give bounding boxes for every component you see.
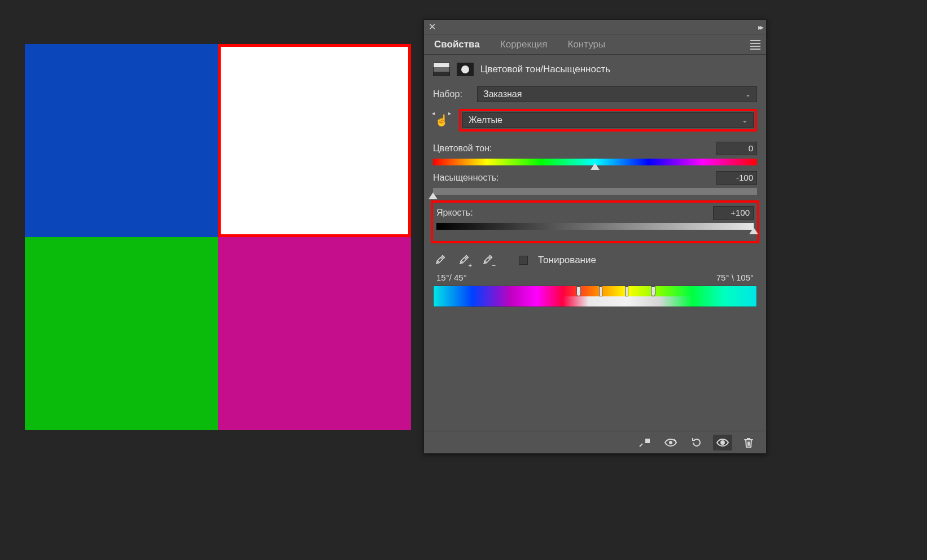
- close-icon[interactable]: ✕: [428, 23, 436, 32]
- eyedropper-plus-icon[interactable]: +: [457, 253, 470, 267]
- eyedropper-icon[interactable]: [433, 253, 447, 267]
- collapse-icon[interactable]: ▸▸: [758, 23, 762, 32]
- edit-dropdown[interactable]: Желтые ⌄: [462, 112, 754, 128]
- colorize-label: Тонирование: [538, 255, 596, 266]
- range-values: 15°/ 45° 75° \ 105°: [433, 273, 757, 282]
- range-handle-outer-left[interactable]: [576, 286, 581, 296]
- adjustment-header: Цветовой тон/Насыщенность: [433, 63, 757, 76]
- tab-paths[interactable]: Контуры: [557, 34, 615, 54]
- clip-to-layer-icon[interactable]: [635, 435, 654, 450]
- layer-mask-icon[interactable]: [457, 63, 474, 76]
- swatch-magenta: [218, 237, 411, 430]
- color-strip-top: [434, 286, 757, 296]
- lightness-label: Яркость:: [436, 208, 473, 218]
- saturation-slider: Насыщенность: -100: [433, 171, 757, 195]
- color-range-strip[interactable]: [433, 286, 757, 307]
- trash-icon[interactable]: [739, 435, 758, 450]
- range-handle-inner-right[interactable]: [625, 286, 628, 296]
- lightness-value[interactable]: +100: [713, 206, 754, 220]
- svg-point-0: [670, 441, 672, 444]
- range-left: 15°/ 45°: [436, 273, 467, 282]
- edit-value: Желтые: [469, 115, 502, 125]
- edit-row: ☝ Желтые ⌄: [433, 109, 757, 132]
- saturation-value[interactable]: -100: [716, 171, 757, 185]
- hue-label: Цветовой тон:: [433, 143, 492, 154]
- targeted-adjust-icon[interactable]: ☝: [433, 112, 450, 128]
- svg-point-1: [721, 441, 724, 444]
- hue-thumb[interactable]: [591, 163, 600, 170]
- tab-properties[interactable]: Свойства: [424, 34, 490, 54]
- preset-row: Набор: Заказная ⌄: [433, 86, 757, 102]
- colorize-checkbox[interactable]: [519, 256, 528, 265]
- hue-value[interactable]: 0: [716, 142, 757, 155]
- lightness-highlight: Яркость: +100: [431, 200, 759, 243]
- panel-body: Цветовой тон/Насыщенность Набор: Заказна…: [424, 55, 766, 408]
- preset-dropdown[interactable]: Заказная ⌄: [477, 86, 757, 102]
- hue-track[interactable]: [433, 159, 757, 165]
- preset-label: Набор:: [433, 89, 471, 99]
- saturation-label: Насыщенность:: [433, 173, 499, 183]
- panel-footer: [424, 431, 766, 453]
- canvas-color-grid: [25, 44, 411, 430]
- lightness-thumb[interactable]: [749, 228, 758, 234]
- view-previous-icon[interactable]: [661, 435, 680, 450]
- range-handle-inner-left[interactable]: [599, 286, 602, 296]
- eyedropper-minus-icon[interactable]: −: [480, 253, 494, 267]
- saturation-thumb[interactable]: [428, 193, 438, 199]
- properties-panel: ✕ ▸▸ Свойства Коррекция Контуры Цветовой…: [423, 19, 767, 454]
- panel-tabs: Свойства Коррекция Контуры: [424, 34, 766, 55]
- eyedropper-row: + − Тонирование: [433, 253, 757, 267]
- hue-slider: Цветовой тон: 0: [433, 142, 757, 165]
- chevron-down-icon: ⌄: [745, 90, 751, 98]
- lightness-track[interactable]: [436, 223, 754, 230]
- saturation-track[interactable]: [433, 188, 757, 195]
- visibility-icon[interactable]: [713, 435, 732, 450]
- hue-sat-icon: [433, 63, 450, 76]
- preset-value: Заказная: [483, 89, 522, 99]
- adjustment-title: Цветовой тон/Насыщенность: [480, 64, 610, 75]
- range-handle-outer-right[interactable]: [651, 286, 655, 296]
- color-strip-bottom: [434, 296, 757, 307]
- swatch-white: [218, 44, 411, 237]
- edit-highlight: Желтые ⌄: [459, 109, 757, 132]
- panel-titlebar: ✕ ▸▸: [424, 20, 766, 34]
- range-right: 75° \ 105°: [716, 273, 754, 282]
- reset-icon[interactable]: [687, 435, 706, 450]
- panel-menu-icon[interactable]: [750, 40, 760, 50]
- swatch-blue: [25, 44, 218, 237]
- lightness-slider: Яркость: +100: [434, 204, 756, 240]
- tab-adjustments[interactable]: Коррекция: [490, 34, 558, 54]
- swatch-green: [25, 237, 218, 430]
- chevron-down-icon: ⌄: [742, 116, 747, 124]
